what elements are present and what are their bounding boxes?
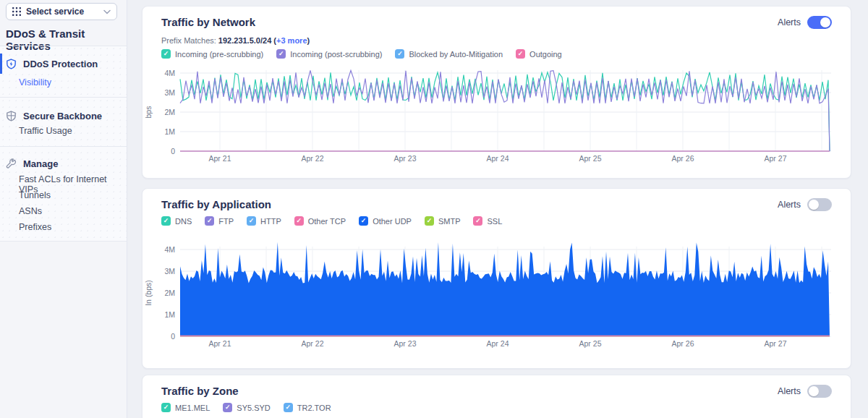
legend-checkbox[interactable]: ✓ bbox=[247, 216, 256, 226]
legend-label: Incoming (pre-scrubbing) bbox=[175, 50, 263, 59]
svg-text:Apr 27: Apr 27 bbox=[765, 339, 787, 348]
divider bbox=[0, 97, 127, 98]
svg-text:In (bps): In (bps) bbox=[144, 280, 153, 306]
legend-checkbox[interactable]: ✓ bbox=[516, 49, 525, 59]
legend-item: ✓FTP bbox=[205, 216, 234, 226]
legend-label: Other UDP bbox=[373, 217, 412, 226]
sidebar-item-label: Secure Backbone bbox=[23, 111, 102, 121]
svg-text:Apr 25: Apr 25 bbox=[579, 154, 602, 163]
legend-item: ✓SY5.SYD bbox=[223, 403, 270, 412]
legend-item: ✓Incoming (pre-scrubbing) bbox=[161, 49, 263, 59]
prefix-matches: Prefix Matches: 192.231.5.0/24 (+3 more) bbox=[161, 36, 310, 45]
legend-checkbox[interactable]: ✓ bbox=[395, 49, 404, 59]
legend-checkbox[interactable]: ✓ bbox=[161, 49, 171, 59]
toggle-knob bbox=[809, 386, 819, 396]
legend-label: SSL bbox=[487, 217, 502, 226]
shield-icon bbox=[6, 111, 17, 121]
legend-label: SMTP bbox=[438, 217, 461, 226]
sidebar-item-label: DDoS Protection bbox=[23, 59, 98, 69]
legend-label: SY5.SYD bbox=[237, 404, 270, 412]
svg-text:Apr 24: Apr 24 bbox=[487, 154, 509, 163]
network-chart[interactable]: 01M2M3M4MApr 21Apr 22Apr 23Apr 24Apr 25A… bbox=[142, 66, 837, 167]
apps-grid-icon bbox=[12, 7, 21, 16]
divider bbox=[0, 146, 127, 147]
application-legend: ✓DNS✓FTP✓HTTP✓Other TCP✓Other UDP✓SMTP✓S… bbox=[161, 216, 502, 226]
legend-label: DNS bbox=[175, 217, 192, 226]
prefix-matches-value: 192.231.5.0/24 bbox=[218, 36, 271, 45]
svg-text:2M: 2M bbox=[164, 289, 175, 297]
alerts-control: Alerts bbox=[778, 198, 832, 211]
legend-item: ✓Other UDP bbox=[359, 216, 412, 226]
legend-checkbox[interactable]: ✓ bbox=[161, 403, 171, 412]
sidebar-item-prefixes[interactable]: Prefixes bbox=[19, 222, 51, 232]
card-title: Traffic by Zone bbox=[161, 385, 239, 397]
legend-item: ✓Other TCP bbox=[294, 216, 346, 226]
legend-label: Other TCP bbox=[308, 217, 346, 226]
legend-label: Incoming (post-scrubbing) bbox=[290, 50, 382, 59]
svg-text:4M: 4M bbox=[164, 69, 175, 77]
svg-text:Apr 21: Apr 21 bbox=[209, 339, 231, 348]
svg-text:0: 0 bbox=[171, 147, 175, 155]
legend-label: TR2.TOR bbox=[297, 404, 331, 412]
legend-checkbox[interactable]: ✓ bbox=[473, 216, 482, 226]
legend-item: ✓Incoming (post-scrubbing) bbox=[276, 49, 382, 59]
legend-checkbox[interactable]: ✓ bbox=[294, 216, 304, 226]
sidebar-item-secure-backbone[interactable]: Secure Backbone bbox=[0, 106, 127, 126]
svg-text:Apr 24: Apr 24 bbox=[487, 339, 509, 348]
legend-label: HTTP bbox=[260, 217, 281, 226]
sidebar-item-asns[interactable]: ASNs bbox=[19, 206, 42, 216]
svg-text:4M: 4M bbox=[164, 245, 175, 254]
wrench-icon bbox=[6, 158, 17, 169]
alerts-toggle[interactable] bbox=[807, 385, 832, 398]
svg-text:Apr 26: Apr 26 bbox=[672, 154, 694, 163]
svg-text:0: 0 bbox=[171, 332, 175, 341]
legend-checkbox[interactable]: ✓ bbox=[284, 403, 293, 412]
legend-checkbox[interactable]: ✓ bbox=[425, 216, 434, 226]
alerts-label: Alerts bbox=[778, 200, 801, 210]
sidebar: Select service DDoS & Transit Services D… bbox=[0, 0, 127, 418]
legend-label: ME1.MEL bbox=[175, 404, 210, 412]
sidebar-item-traffic-usage[interactable]: Traffic Usage bbox=[19, 126, 72, 136]
svg-text:2M: 2M bbox=[164, 108, 175, 116]
legend-checkbox[interactable]: ✓ bbox=[205, 216, 214, 226]
service-selector[interactable]: Select service bbox=[6, 3, 117, 20]
svg-text:Apr 22: Apr 22 bbox=[302, 339, 324, 348]
card-title: Traffic by Application bbox=[161, 198, 271, 210]
sidebar-item-label: Manage bbox=[23, 158, 58, 169]
legend-item: ✓ME1.MEL bbox=[161, 403, 210, 412]
sidebar-item-ddos-protection[interactable]: DDoS Protection bbox=[0, 54, 127, 74]
legend-checkbox[interactable]: ✓ bbox=[359, 216, 368, 226]
legend-label: Outgoing bbox=[529, 50, 562, 59]
alerts-control: Alerts bbox=[778, 16, 832, 29]
legend-item: ✓Blocked by Auto-Mitigation bbox=[395, 49, 503, 59]
application-chart[interactable]: 01M2M3M4MApr 21Apr 22Apr 23Apr 24Apr 25A… bbox=[142, 235, 837, 351]
toggle-knob bbox=[820, 17, 830, 27]
legend-checkbox[interactable]: ✓ bbox=[223, 403, 232, 412]
sidebar-title: DDoS & Transit Services bbox=[6, 27, 127, 52]
alerts-label: Alerts bbox=[778, 17, 801, 27]
traffic-by-network-card: Traffic by Network Alerts Prefix Matches… bbox=[142, 6, 851, 179]
zone-legend: ✓ME1.MEL✓SY5.SYD✓TR2.TOR bbox=[161, 403, 331, 412]
svg-text:Apr 22: Apr 22 bbox=[302, 154, 324, 163]
prefix-matches-label: Prefix Matches: bbox=[161, 36, 218, 45]
svg-text:3M: 3M bbox=[164, 267, 175, 276]
svg-text:bps: bps bbox=[144, 106, 153, 119]
legend-item: ✓Outgoing bbox=[516, 49, 562, 59]
legend-checkbox[interactable]: ✓ bbox=[161, 216, 171, 226]
service-selector-label: Select service bbox=[26, 7, 98, 17]
sidebar-item-manage[interactable]: Manage bbox=[0, 153, 127, 174]
svg-text:Apr 26: Apr 26 bbox=[672, 339, 694, 348]
alerts-toggle[interactable] bbox=[807, 16, 832, 29]
legend-item: ✓DNS bbox=[161, 216, 192, 226]
svg-text:Apr 23: Apr 23 bbox=[394, 154, 417, 163]
svg-text:1M: 1M bbox=[164, 310, 175, 319]
divider bbox=[0, 46, 127, 46]
sidebar-item-tunnels[interactable]: Tunnels bbox=[19, 190, 51, 200]
prefix-more-link[interactable]: +3 more bbox=[276, 36, 307, 45]
sidebar-item-visibility[interactable]: Visibility bbox=[19, 77, 51, 88]
svg-text:Apr 21: Apr 21 bbox=[209, 154, 231, 163]
svg-text:Apr 23: Apr 23 bbox=[394, 339, 417, 348]
legend-label: FTP bbox=[218, 217, 234, 226]
alerts-toggle[interactable] bbox=[807, 198, 832, 211]
legend-checkbox[interactable]: ✓ bbox=[276, 49, 286, 59]
